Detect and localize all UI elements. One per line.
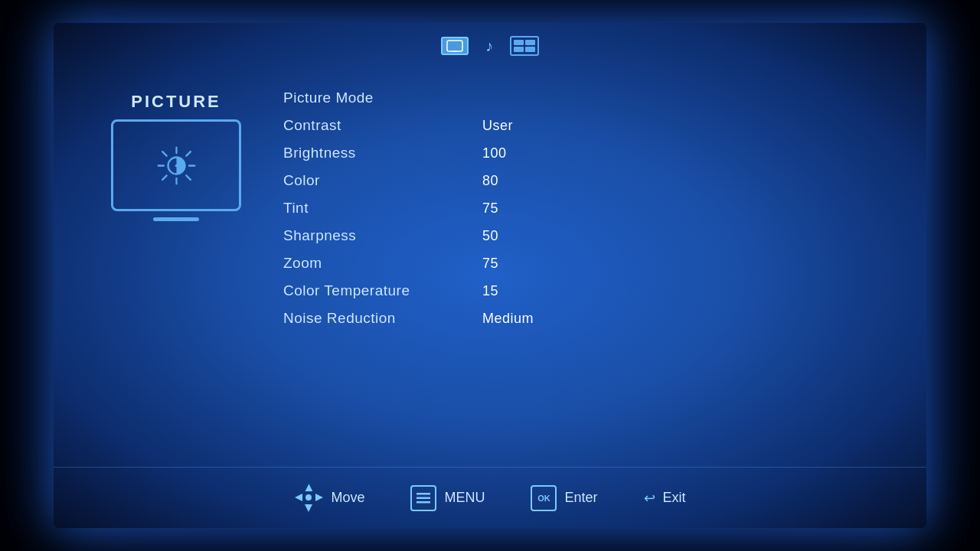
sun-half-icon bbox=[155, 145, 198, 187]
svg-line-7 bbox=[162, 152, 167, 156]
nav-music[interactable]: ♪ bbox=[478, 37, 501, 55]
menu-row-tint[interactable]: Tint 75 bbox=[283, 194, 880, 222]
menu-value-color-temperature: 15 bbox=[482, 283, 498, 299]
menu-label-tint: Tint bbox=[283, 200, 482, 217]
svg-line-8 bbox=[186, 175, 191, 180]
left-panel: PICTURE bbox=[100, 77, 253, 211]
menu-row-sharpness[interactable]: Sharpness 50 bbox=[283, 222, 880, 249]
menu-value-sharpness: 50 bbox=[482, 228, 498, 244]
menu-value-tint: 75 bbox=[482, 201, 498, 217]
menu-value-contrast: User bbox=[482, 118, 513, 134]
menu-label-color: Color bbox=[283, 172, 482, 189]
section-label: PICTURE bbox=[131, 92, 221, 112]
ok-button-icon: OK bbox=[531, 485, 557, 511]
menu-row-contrast[interactable]: Contrast User bbox=[283, 112, 880, 139]
svg-rect-15 bbox=[416, 501, 430, 504]
exit-icon: ↩ bbox=[644, 490, 655, 507]
nav-apps[interactable] bbox=[510, 36, 539, 56]
exit-control[interactable]: ↩ Exit bbox=[644, 490, 686, 507]
main-content: PICTURE bbox=[54, 61, 926, 467]
menu-label-noise-reduction: Noise Reduction bbox=[283, 310, 482, 327]
svg-line-10 bbox=[162, 175, 167, 180]
menu-label-contrast: Contrast bbox=[283, 117, 482, 134]
enter-label: Enter bbox=[564, 490, 597, 506]
picture-icon-box bbox=[111, 119, 241, 211]
menu-row-picture-mode[interactable]: Picture Mode bbox=[283, 84, 880, 112]
menu-value-color: 80 bbox=[482, 173, 498, 189]
menu-row-color[interactable]: Color 80 bbox=[283, 167, 880, 194]
move-control[interactable]: Move bbox=[294, 484, 364, 513]
menu-list: Picture Mode Contrast User Brightness 10… bbox=[283, 77, 880, 332]
top-nav: ♪ bbox=[54, 23, 926, 61]
menu-row-zoom[interactable]: Zoom 75 bbox=[283, 249, 880, 277]
menu-control[interactable]: MENU bbox=[410, 485, 485, 511]
menu-value-noise-reduction: Medium bbox=[482, 311, 534, 327]
svg-point-12 bbox=[175, 164, 178, 167]
tv-screen: ♪ PICTURE bbox=[54, 23, 926, 528]
exit-label: Exit bbox=[663, 490, 686, 506]
menu-label-color-temperature: Color Temperature bbox=[283, 282, 482, 299]
dpad-icon bbox=[294, 484, 323, 513]
enter-control[interactable]: OK Enter bbox=[531, 485, 597, 511]
menu-label-zoom: Zoom bbox=[283, 255, 482, 272]
menu-label-picture-mode: Picture Mode bbox=[283, 90, 482, 106]
menu-value-zoom: 75 bbox=[482, 256, 498, 272]
svg-rect-0 bbox=[447, 41, 462, 51]
move-label: Move bbox=[331, 490, 364, 506]
svg-rect-14 bbox=[416, 497, 430, 499]
menu-row-color-temperature[interactable]: Color Temperature 15 bbox=[283, 277, 880, 305]
bottom-bar: Move MENU OK Enter ↩ Exit bbox=[54, 467, 926, 528]
menu-value-brightness: 100 bbox=[482, 145, 507, 161]
svg-rect-13 bbox=[416, 493, 430, 495]
menu-label-sharpness: Sharpness bbox=[283, 227, 482, 244]
menu-button-icon bbox=[410, 485, 436, 511]
menu-label-brightness: Brightness bbox=[283, 145, 482, 161]
menu-label: MENU bbox=[444, 490, 485, 506]
menu-row-noise-reduction[interactable]: Noise Reduction Medium bbox=[283, 305, 880, 332]
menu-row-brightness[interactable]: Brightness 100 bbox=[283, 139, 880, 167]
svg-line-9 bbox=[186, 152, 191, 156]
nav-picture[interactable] bbox=[441, 37, 469, 55]
